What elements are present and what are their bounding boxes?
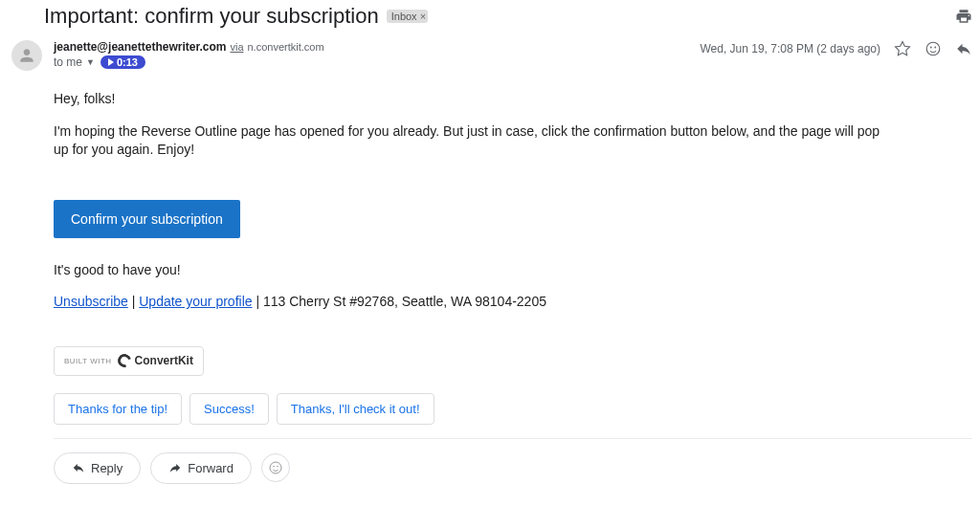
builtwith-text: BUILT WITH <box>64 356 112 366</box>
update-profile-link[interactable]: Update your profile <box>139 294 252 309</box>
svg-point-4 <box>274 467 275 468</box>
sender-email: jeanette@jeanettethewriter.com <box>54 40 226 54</box>
body-outro: It's good to have you! <box>54 261 888 280</box>
play-icon <box>108 58 114 66</box>
chevron-down-icon: ▼ <box>86 57 95 67</box>
convertkit-logo: ConvertKit <box>118 353 193 369</box>
forward-button[interactable]: Forward <box>150 452 252 484</box>
timestamp: Wed, Jun 19, 7:08 PM (2 days ago) <box>700 42 880 55</box>
smart-reply-2[interactable]: Success! <box>189 393 269 425</box>
star-icon[interactable] <box>894 40 911 57</box>
convertkit-icon <box>115 352 133 370</box>
convertkit-text: ConvertKit <box>135 353 193 369</box>
via-text: via <box>230 41 243 53</box>
smiley-outline-icon <box>268 460 283 475</box>
close-icon[interactable]: × <box>420 11 426 22</box>
print-icon[interactable] <box>955 8 972 25</box>
read-time-pill[interactable]: 0:13 <box>100 55 145 69</box>
smiley-icon[interactable] <box>924 40 942 57</box>
via-domain: n.convertkit.com <box>248 41 324 53</box>
reply-button[interactable]: Reply <box>54 452 141 484</box>
inbox-label-text: Inbox <box>391 11 417 22</box>
body-greeting: Hey, folks! <box>54 90 888 109</box>
reply-arrow-icon <box>72 461 85 474</box>
reply-icon[interactable] <box>955 40 972 57</box>
forward-label: Forward <box>188 461 234 475</box>
forward-arrow-icon <box>168 461 182 474</box>
builtwith-badge[interactable]: BUILT WITH ConvertKit <box>54 346 204 376</box>
address: 113 Cherry St #92768, Seattle, WA 98104-… <box>263 294 546 309</box>
email-subject: Important: confirm your subscription <box>44 4 379 29</box>
svg-point-1 <box>930 47 931 48</box>
confirm-subscription-button[interactable]: Confirm your subscription <box>54 200 240 238</box>
smart-reply-3[interactable]: Thanks, I'll check it out! <box>277 393 434 425</box>
svg-point-3 <box>270 462 281 473</box>
pill-time: 0:13 <box>117 56 138 68</box>
unsubscribe-link[interactable]: Unsubscribe <box>54 294 128 309</box>
body-para1: I'm hoping the Reverse Outline page has … <box>54 122 888 160</box>
to-recipient[interactable]: to me ▼ <box>54 55 95 69</box>
reaction-button[interactable] <box>261 453 290 482</box>
to-text: to me <box>54 55 82 69</box>
inbox-label[interactable]: Inbox × <box>387 10 428 23</box>
smart-reply-1[interactable]: Thanks for the tip! <box>54 393 182 425</box>
svg-point-2 <box>935 47 936 48</box>
email-body: Hey, folks! I'm hoping the Reverse Outli… <box>8 71 888 376</box>
reply-label: Reply <box>91 461 122 475</box>
avatar <box>11 40 42 71</box>
svg-point-0 <box>926 42 940 55</box>
svg-point-5 <box>278 467 278 468</box>
separator: | <box>256 294 263 309</box>
